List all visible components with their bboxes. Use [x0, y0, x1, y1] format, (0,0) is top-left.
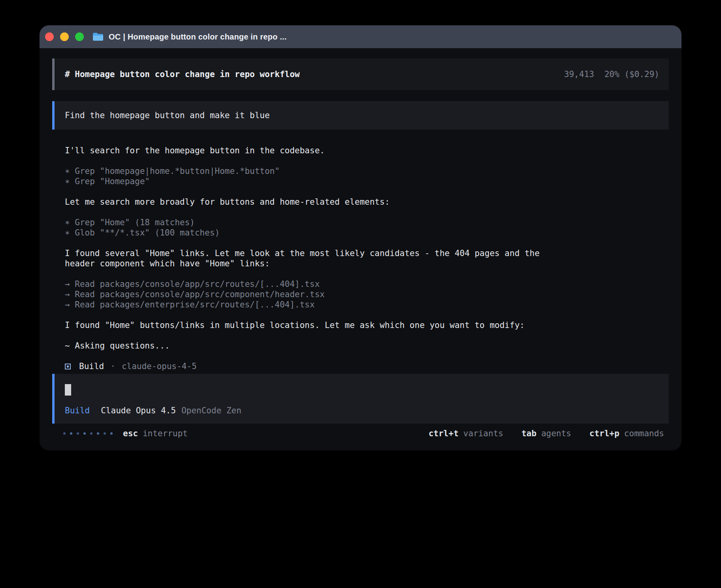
status-bar: esc interrupt ctrl+t variants tab agents…	[52, 428, 669, 439]
tool-call-group: ∗ Grep "Home" (18 matches) ∗ Glob "**/*.…	[65, 217, 669, 238]
tool-call-group: ∗ Grep "homepage|home.*button|Home.*butt…	[65, 166, 669, 187]
close-button[interactable]	[45, 32, 54, 41]
session-stats: 39,413 20% ($0.29)	[564, 70, 659, 79]
folder-icon	[92, 32, 104, 41]
text-cursor-block	[65, 384, 71, 396]
tool-call-grep[interactable]: ∗ Grep "homepage|home.*button|Home.*butt…	[65, 166, 669, 176]
zoom-button[interactable]	[75, 32, 84, 41]
prompt-input[interactable]: Build Claude Opus 4.5 OpenCode Zen	[52, 374, 669, 424]
hint-variants: ctrl+t variants	[428, 428, 503, 439]
hint-agents: tab agents	[521, 428, 571, 439]
status-line: ~ Asking questions...	[65, 341, 669, 351]
titlebar: OC | Homepage button color change in rep…	[40, 25, 681, 48]
provider-name: OpenCode Zen	[181, 405, 242, 416]
terminal-body: # Homepage button color change in repo w…	[40, 48, 681, 439]
esc-key-label: interrupt	[143, 428, 188, 439]
assistant-text: I found "Home" buttons/links in multiple…	[65, 320, 669, 330]
session-header: # Homepage button color change in repo w…	[52, 58, 669, 90]
agent-separator: ·	[110, 361, 115, 371]
assistant-text: I'll search for the homepage button in t…	[65, 145, 669, 156]
minimize-button[interactable]	[60, 32, 69, 41]
context-cost: 20% ($0.29)	[604, 70, 659, 79]
input-status-row: Build Claude Opus 4.5 OpenCode Zen	[65, 405, 659, 416]
spinner-dots	[63, 432, 113, 435]
hint-commands: ctrl+p commands	[589, 428, 664, 439]
agent-name: Build	[79, 361, 104, 371]
agent-model: claude-opus-4-5	[122, 361, 197, 371]
window-title: OC | Homepage button color change in rep…	[109, 32, 287, 41]
transcript: I'll search for the homepage button in t…	[52, 145, 669, 371]
tool-call-read[interactable]: → Read packages/console/app/src/componen…	[65, 289, 669, 300]
token-count: 39,413	[564, 70, 594, 79]
tool-call-grep[interactable]: ∗ Grep "Home" (18 matches)	[65, 217, 669, 228]
status-bar-left: esc interrupt	[63, 428, 188, 439]
session-title: # Homepage button color change in repo w…	[65, 70, 300, 79]
status-bar-right: ctrl+t variants tab agents ctrl+p comman…	[428, 428, 664, 439]
model-name[interactable]: Claude Opus 4.5	[101, 405, 176, 416]
tool-call-read[interactable]: → Read packages/enterprise/src/routes/[.…	[65, 300, 669, 310]
tool-call-grep[interactable]: ∗ Grep "Homepage"	[65, 176, 669, 187]
hint-label: agents	[541, 428, 571, 439]
tool-call-read[interactable]: → Read packages/console/app/src/routes/[…	[65, 279, 669, 289]
assistant-text: Let me search more broadly for buttons a…	[65, 197, 669, 207]
hint-key: tab	[521, 428, 536, 439]
hint-key: ctrl+p	[589, 428, 619, 439]
agent-icon	[65, 364, 71, 369]
agent-status: Build · claude-opus-4-5	[65, 361, 669, 371]
hint-label: commands	[624, 428, 664, 439]
tool-call-glob[interactable]: ∗ Glob "**/*.tsx" (100 matches)	[65, 228, 669, 238]
read-call-group: → Read packages/console/app/src/routes/[…	[65, 279, 669, 310]
esc-key-hint: esc	[123, 428, 138, 439]
mode-badge[interactable]: Build	[65, 405, 90, 416]
assistant-text: I found several "Home" links. Let me loo…	[65, 248, 555, 269]
user-message: Find the homepage button and make it blu…	[52, 101, 669, 130]
user-message-text: Find the homepage button and make it blu…	[65, 111, 270, 120]
hint-label: variants	[463, 428, 503, 439]
hint-key: ctrl+t	[428, 428, 459, 439]
terminal-window: OC | Homepage button color change in rep…	[40, 25, 681, 450]
traffic-lights	[45, 32, 84, 41]
